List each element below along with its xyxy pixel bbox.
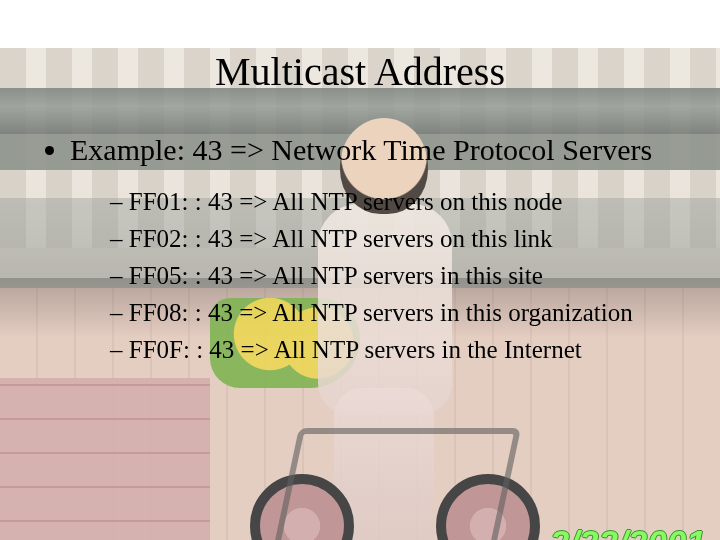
slide-title: Multicast Address bbox=[36, 48, 684, 95]
photo-datestamp: 2/22/2001 bbox=[550, 523, 706, 540]
sub-bullet-item: FF0F: : 43 => All NTP servers in the Int… bbox=[110, 331, 684, 368]
slide: Multicast Address Example: 43 => Network… bbox=[0, 48, 720, 540]
bullet-item: Example: 43 => Network Time Protocol Ser… bbox=[70, 131, 684, 368]
sub-bullet-item: FF08: : 43 => All NTP servers in this or… bbox=[110, 294, 684, 331]
slide-content: Multicast Address Example: 43 => Network… bbox=[0, 48, 720, 368]
sub-bullet-item: FF05: : 43 => All NTP servers in this si… bbox=[110, 257, 684, 294]
sub-bullet-list: FF01: : 43 => All NTP servers on this no… bbox=[70, 183, 684, 368]
sub-bullet-item: FF02: : 43 => All NTP servers on this li… bbox=[110, 220, 684, 257]
sub-bullet-item: FF01: : 43 => All NTP servers on this no… bbox=[110, 183, 684, 220]
bullet-list: Example: 43 => Network Time Protocol Ser… bbox=[36, 131, 684, 368]
bullet-text: Example: 43 => Network Time Protocol Ser… bbox=[70, 133, 652, 166]
